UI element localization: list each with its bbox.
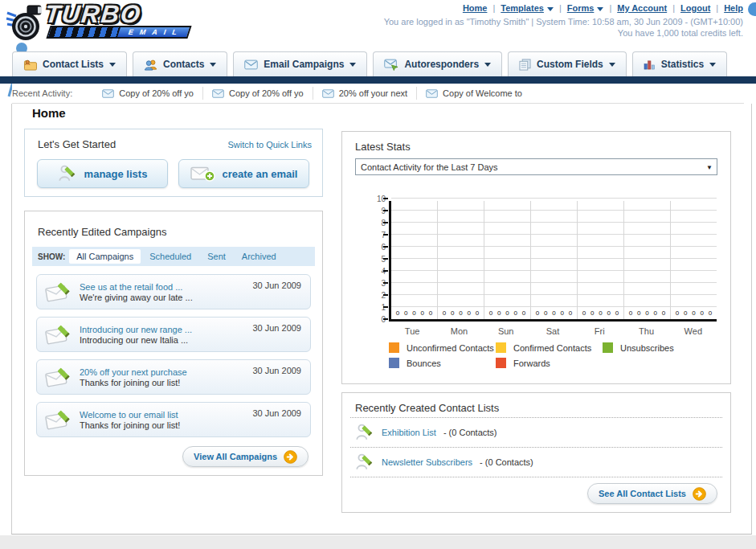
value-label: 0 [599, 309, 602, 317]
arrow-circle-icon [693, 487, 706, 501]
person-edit-icon [355, 453, 374, 472]
campaign-title-link[interactable]: Introducing our new range ... [80, 325, 192, 334]
recent-activity-item[interactable]: Copy of Welcome to [417, 87, 531, 100]
chevron-down-icon [609, 63, 615, 67]
campaign-item[interactable]: Welcome to our email listThanks for join… [36, 402, 311, 437]
x-axis-label: Mon [435, 326, 482, 336]
chart-group-fri: 00000 [577, 201, 623, 319]
logo-stripes [48, 27, 121, 37]
create-email-button[interactable]: create an email [178, 159, 309, 188]
campaign-text: Introducing our new range ...Introducing… [80, 325, 192, 345]
chart-group-sat: 00000 [530, 201, 577, 319]
legend-label: Unsubscribes [620, 343, 674, 353]
chevron-down-icon [597, 7, 603, 11]
y-axis-tick [383, 294, 388, 296]
recent-activity-item-label: 20% off your next [339, 88, 407, 98]
tab-label: Statistics [661, 59, 704, 70]
tab-autoresponders[interactable]: Autoresponders [373, 51, 502, 76]
header-link-logout[interactable]: Logout [680, 3, 710, 13]
campaign-date: 30 Jun 2009 [252, 281, 301, 290]
recent-activity-item[interactable]: Copy of 20% off yo [93, 87, 203, 100]
recent-activity-item-label: Copy of 20% off yo [229, 88, 304, 98]
campaign-edit-icon [45, 365, 72, 389]
contact-lists-title: Recently Created Contact Lists [355, 402, 499, 414]
logo-primary-text: TURBO [43, 2, 190, 27]
chevron-down-icon [709, 63, 716, 67]
value-label: 0 [443, 309, 446, 317]
tab-label: Contact Lists [43, 59, 104, 70]
value-label: 0 [497, 309, 501, 317]
chevron-down-icon [109, 63, 116, 67]
tab-statistics[interactable]: Statistics [632, 51, 727, 76]
nav-divider-bar [0, 76, 756, 84]
header-link-my-account[interactable]: My Account [617, 3, 667, 13]
recent-activity-label: Recent Activity: [12, 88, 72, 98]
see-all-contact-lists-button[interactable]: See All Contact Lists [587, 483, 717, 504]
header-link-forms[interactable]: Forms [567, 3, 595, 13]
contact-lists: Exhibition List- (0 Contacts)Newsletter … [350, 417, 722, 477]
campaign-item[interactable]: Introducing our new range ...Introducing… [36, 317, 311, 352]
recent-activity-item[interactable]: 20% off your next [313, 87, 417, 100]
filter-archived[interactable]: Archived [235, 249, 284, 264]
contact-list-name-link[interactable]: Newsletter Subscribers [382, 457, 472, 467]
x-axis-label: Sun [483, 326, 529, 336]
campaign-subtitle: Thanks for joining our list! [80, 420, 180, 430]
contact-list-item: Newsletter Subscribers- (0 Contacts) [350, 447, 722, 477]
tab-custom-fields[interactable]: Custom Fields [508, 51, 627, 76]
separator: | [492, 3, 495, 13]
main-nav-tabs: Contact ListsContactsEmail CampaignsAuto… [12, 51, 727, 76]
value-labels: 00000 [531, 309, 577, 317]
separator: | [672, 3, 675, 13]
view-all-campaigns-button[interactable]: View All Campaigns [182, 446, 309, 467]
tab-email-campaigns[interactable]: Email Campaigns [233, 51, 367, 76]
value-label: 0 [569, 309, 572, 317]
legend-swatch [496, 358, 506, 368]
contact-list-name-link[interactable]: Exhibition List [382, 428, 436, 437]
login-info: You are logged in as "Timothy Smith" | S… [384, 17, 743, 27]
y-axis-tick [383, 270, 388, 272]
stats-period-select[interactable]: Contact Activity for the Last 7 Days ▼ [355, 158, 717, 175]
manage-lists-button[interactable]: manage lists [37, 159, 168, 188]
gridline [391, 198, 717, 199]
value-label: 0 [684, 309, 687, 317]
contact-list-count: - (0 Contacts) [443, 428, 497, 437]
y-axis-tick [383, 306, 388, 308]
filter-scheduled[interactable]: Scheduled [142, 249, 198, 264]
create-email-label: create an email [223, 168, 298, 180]
filter-all-campaigns[interactable]: All Campaigns [69, 249, 141, 264]
recent-activity-item[interactable]: Copy of 20% off yo [203, 87, 313, 100]
see-all-contact-lists-label: See All Contact Lists [599, 489, 686, 498]
header-link-templates[interactable]: Templates [501, 3, 544, 13]
x-axis-label: Thu [623, 326, 669, 336]
latest-stats-panel: Latest Stats Contact Activity for the La… [341, 131, 731, 384]
header-link-home[interactable]: Home [463, 3, 488, 13]
value-label: 0 [404, 309, 407, 317]
switch-to-quick-links[interactable]: Switch to Quick Links [227, 140, 312, 150]
help-bubble-icon[interactable] [748, 2, 756, 16]
x-axis-label: Tue [389, 326, 435, 336]
value-label: 0 [544, 309, 547, 317]
tab-contact-lists[interactable]: Contact Lists [12, 51, 127, 76]
campaign-text: 20% off your next purchaseThanks for joi… [80, 367, 187, 387]
campaign-text: See us at the retail food ...We're givin… [80, 282, 193, 302]
value-label: 0 [489, 309, 492, 317]
separator: | [559, 3, 562, 13]
statistics-icon [644, 59, 656, 70]
campaign-title-link[interactable]: Welcome to our email list [80, 410, 180, 420]
campaign-title-link[interactable]: See us at the retail food ... [80, 282, 193, 292]
value-label: 0 [513, 309, 517, 317]
value-label: 0 [709, 309, 712, 317]
value-labels: 00000 [438, 309, 484, 317]
filter-sent[interactable]: Sent [200, 249, 233, 264]
envelope-icon [322, 89, 334, 98]
header-link-help[interactable]: Help [724, 3, 743, 13]
chevron-down-icon [484, 63, 491, 67]
header-links: Home|Templates|Forms|My Account|Logout|H… [463, 3, 743, 13]
tab-contacts[interactable]: Contacts [133, 51, 227, 76]
campaign-item[interactable]: See us at the retail food ...We're givin… [36, 274, 311, 309]
view-all-campaigns-label: View All Campaigns [194, 452, 277, 461]
campaign-date: 30 Jun 2009 [252, 323, 301, 333]
campaign-text: Welcome to our email listThanks for join… [80, 410, 180, 430]
campaign-item[interactable]: 20% off your next purchaseThanks for joi… [36, 359, 311, 395]
campaign-title-link[interactable]: 20% off your next purchase [80, 367, 187, 377]
